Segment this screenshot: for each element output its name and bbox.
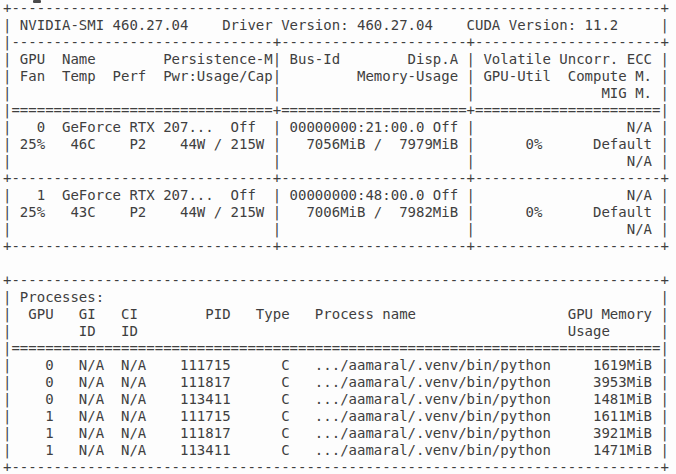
gpu-summary-table: +---------------------------------------… xyxy=(3,0,669,255)
processes-table: +---------------------------------------… xyxy=(3,272,669,474)
terminal-screen: +---------------------------------------… xyxy=(0,0,676,474)
nvidia-smi-output: +---------------------------------------… xyxy=(3,0,669,474)
